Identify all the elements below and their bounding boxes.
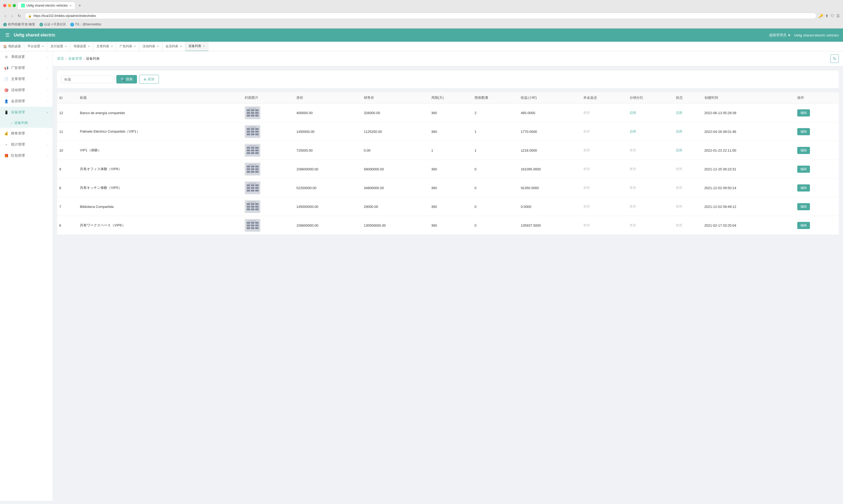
svg-rect-5	[247, 112, 250, 114]
tab-home[interactable]: 🏠 我的桌面	[0, 42, 24, 51]
sidebar-sub-item-device-list[interactable]: › 设备列表	[0, 118, 53, 128]
sidebar-item-devices[interactable]: 📱 设备管理 ∨	[0, 107, 53, 118]
tab-devices[interactable]: 设备列表 ✕	[185, 42, 208, 51]
cell-limit-qty: 0	[472, 179, 519, 197]
sidebar-articles-label: 文章管理	[11, 77, 25, 82]
minimize-window-button[interactable]	[8, 4, 11, 7]
search-input[interactable]	[61, 75, 114, 83]
svg-rect-74	[247, 227, 250, 229]
bookmark-auth[interactable]: ✓ 认证->天美社区	[39, 22, 66, 27]
edit-button[interactable]: 编辑	[797, 128, 810, 135]
cell-original-price: 725000.00	[294, 141, 362, 160]
breadcrumb-current: 设备列表	[86, 56, 100, 61]
admin-dropdown-icon[interactable]: ▼	[788, 33, 791, 37]
breadcrumb-home[interactable]: 首页	[57, 56, 64, 61]
sidebar-ads-arrow: ‹	[47, 66, 48, 70]
cell-cover	[242, 197, 294, 216]
bookmark-dev[interactable]: 🔧 程序搭建/开发/修复	[3, 22, 35, 27]
cell-earnings: 495.0000	[518, 104, 581, 122]
address-bar[interactable]: 🔒 https://licai102.timibbs.vip/admin/ind…	[24, 13, 816, 19]
sidebar-item-activities[interactable]: 🎯 活动管理 ‹	[0, 85, 53, 96]
cell-cover	[242, 179, 294, 197]
sidebar-item-stats[interactable]: + 统计管理 ‹	[0, 139, 53, 150]
tab-close-level[interactable]: ✕	[88, 45, 90, 48]
browser-chrome: E Ueltg shared electric vehicles ✕ + ‹ ›…	[0, 0, 843, 29]
sidebar-item-articles[interactable]: 📄 文章管理 ‹	[0, 73, 53, 85]
tab-devices-label: 设备列表	[189, 44, 201, 48]
search-button[interactable]: 🔍 搜索	[116, 75, 137, 84]
cell-created-at: 2022-06-13 05:29:39	[702, 104, 795, 122]
share-icon[interactable]: ⬆	[825, 14, 828, 18]
search-label: 搜索	[126, 77, 133, 82]
col-status: 状态	[674, 92, 702, 104]
sidebar-item-ads[interactable]: 📢 广告管理 ‹	[0, 62, 53, 73]
cell-distribution: 启用	[627, 104, 674, 122]
sidebar-devices-label: 设备管理	[11, 110, 25, 115]
back-button[interactable]: ‹	[3, 13, 8, 18]
tab-close-platform[interactable]: ✕	[42, 45, 44, 48]
cell-principal: 禁用	[581, 216, 627, 235]
cell-title: 共有キッチン体験（VIP5）	[78, 179, 242, 197]
tab-platform-settings[interactable]: 平台设置 ✕	[24, 42, 47, 51]
device-illustration	[245, 182, 260, 194]
svg-rect-46	[247, 184, 250, 186]
close-window-button[interactable]	[3, 4, 6, 7]
sidebar-item-members[interactable]: 👤 会员管理 ‹	[0, 96, 53, 107]
tab-close-devices[interactable]: ✕	[203, 44, 205, 48]
cell-title: 共有オフィス体験（VIP6）	[78, 160, 242, 179]
edit-button[interactable]: 编辑	[797, 203, 810, 210]
svg-rect-7	[255, 112, 259, 114]
edit-button[interactable]: 编辑	[797, 147, 810, 154]
sidebar-item-redpack[interactable]: 🎁 红包管理 ‹	[0, 150, 53, 161]
sidebar-item-finance[interactable]: 💰 财务管理 ‹	[0, 128, 53, 139]
hamburger-button[interactable]: ☰	[4, 31, 11, 39]
cell-earnings: 161095.0000	[518, 160, 581, 179]
tab-articles[interactable]: 文章列表 ✕	[93, 42, 116, 51]
bookmark-dev-icon: 🔧	[3, 23, 7, 26]
key-icon[interactable]: 🔑	[819, 14, 823, 18]
tab-close-ads[interactable]: ✕	[134, 45, 136, 48]
sidebar-devices-arrow: ∨	[46, 111, 48, 114]
edit-button[interactable]: 编辑	[797, 166, 810, 173]
cell-cover	[242, 141, 294, 160]
content-area: 首页 / 设备管理 / 设备列表 ↻ 🔍 搜索	[53, 51, 843, 501]
browser-tab[interactable]: E Ueltg shared electric vehicles ✕	[18, 2, 75, 9]
svg-rect-1	[248, 108, 257, 109]
tab-ads[interactable]: 广告列表 ✕	[116, 42, 139, 51]
cell-status: 禁用	[674, 197, 702, 216]
forward-button[interactable]: ›	[10, 13, 14, 18]
refresh-button[interactable]: ↻	[830, 54, 839, 63]
device-list-dot: ›	[11, 121, 12, 125]
device-image	[245, 106, 260, 120]
breadcrumb-parent[interactable]: 设备管理	[68, 56, 82, 61]
device-illustration	[245, 201, 260, 213]
edit-button[interactable]: 编辑	[797, 109, 810, 116]
sidebar-finance-label: 财务管理	[11, 131, 25, 136]
device-image	[245, 181, 260, 194]
new-tab-button[interactable]: +	[77, 3, 83, 8]
tab-close-activities[interactable]: ✕	[157, 45, 159, 48]
svg-rect-43	[255, 171, 259, 173]
cell-id: 6	[57, 216, 78, 235]
tab-close-payment[interactable]: ✕	[65, 45, 67, 48]
tab-close-members[interactable]: ✕	[180, 45, 182, 48]
maximize-window-button[interactable]	[13, 4, 16, 7]
cell-status: 禁用	[674, 179, 702, 197]
cell-earnings: 135937.5000	[518, 216, 581, 235]
tab-members[interactable]: 会员列表 ✕	[162, 42, 185, 51]
tab-level-settings[interactable]: 等级设置 ✕	[70, 42, 93, 51]
sidebar-item-system-settings[interactable]: ⚙ 系统设置 ‹	[0, 51, 53, 62]
tab-close-articles[interactable]: ✕	[111, 45, 113, 48]
add-button[interactable]: ⊕ 添加	[139, 75, 159, 84]
tab-payment-settings[interactable]: 支付设置 ✕	[47, 42, 70, 51]
edit-button[interactable]: 编辑	[797, 184, 810, 192]
menu-icon[interactable]: ☰	[837, 14, 840, 18]
shield-icon[interactable]: 🛡	[830, 14, 834, 18]
cell-created-at: 2022-01-23 22:11:00	[702, 141, 795, 160]
reload-button[interactable]: ↻	[16, 13, 22, 18]
edit-button[interactable]: 编辑	[797, 222, 810, 229]
bookmark-tg[interactable]: T TG：@tianmeibbs	[70, 22, 101, 27]
tab-close-button[interactable]: ✕	[69, 4, 72, 7]
tab-activities[interactable]: 活动列表 ✕	[139, 42, 162, 51]
cell-title: Biblioteca Compartida	[78, 197, 242, 216]
